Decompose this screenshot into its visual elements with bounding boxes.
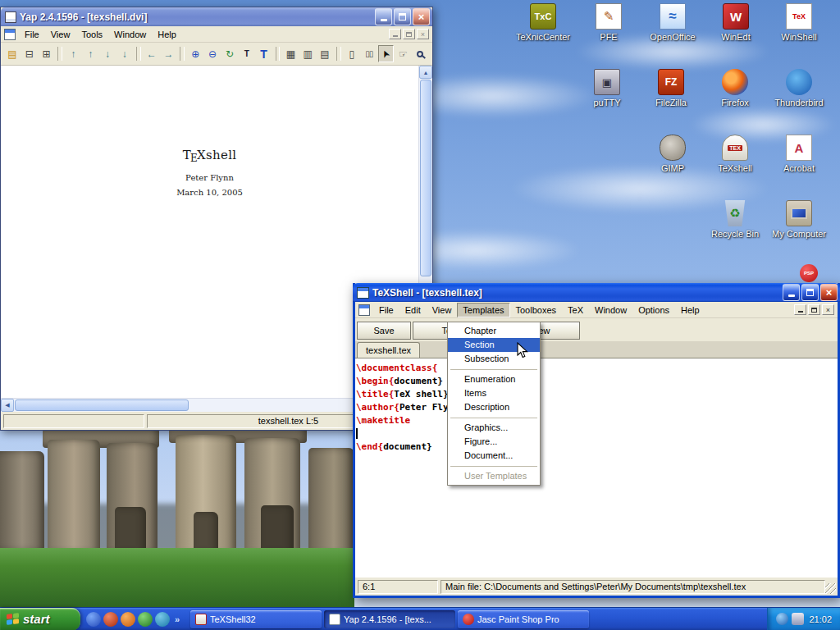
texshell-minimize-button[interactable] [783, 284, 800, 301]
texshell-child-minimize-button[interactable] [794, 304, 806, 315]
menu-item-graphics[interactable]: Graphics... [448, 421, 540, 435]
yap-child-restore-button[interactable] [403, 29, 415, 39]
forward-icon[interactable]: → [161, 45, 177, 62]
taskbar-button-texshell[interactable]: TeXShell32 [190, 610, 322, 628]
toolbar-separator[interactable] [336, 47, 341, 61]
menu-item-description[interactable]: Description [448, 400, 540, 414]
yap-child-close-button[interactable]: × [417, 29, 429, 39]
yap-menu-view[interactable]: View [45, 27, 76, 42]
yap-titlebar[interactable]: Yap 2.4.1596 - [texshell.dvi] × [1, 7, 432, 26]
text-tool-icon[interactable]: T [256, 45, 272, 62]
desktop-icon-gimp[interactable]: GIMP [641, 135, 705, 173]
desktop-icon-putty[interactable]: ▣ puTTY [575, 69, 639, 107]
texshell-menu-toolboxes[interactable]: Toolboxes [510, 303, 563, 317]
yap-menu-window[interactable]: Window [108, 27, 152, 42]
texshell-maximize-button[interactable] [801, 284, 819, 301]
desktop-icon-psp[interactable]: PSP [777, 264, 840, 285]
refresh-icon[interactable]: ↻ [221, 45, 238, 62]
texshell-menu-file[interactable]: File [373, 303, 399, 317]
back-icon[interactable]: ← [144, 45, 160, 62]
texshell-menu-help[interactable]: Help [675, 303, 705, 317]
yap-taskbar-icon [329, 614, 340, 625]
desktop-icon-pfe[interactable]: ✎ PFE [577, 3, 641, 42]
text-select-icon[interactable]: T [239, 45, 255, 62]
taskbar-button-yap[interactable]: Yap 2.4.1596 - [texs... [324, 610, 455, 628]
taskbar-button-paintshoppro[interactable]: Jasc Paint Shop Pro [458, 610, 589, 628]
quicklaunch-icon-3[interactable] [121, 612, 135, 627]
scroll-up-arrow[interactable]: ▲ [419, 66, 432, 79]
first-page-icon[interactable]: ↑ [65, 45, 81, 62]
tab-texshell-tex[interactable]: texshell.tex [357, 342, 420, 358]
desktop-icon-openoffice[interactable]: ≈ OpenOffice [641, 3, 705, 42]
print-page-icon[interactable]: ⊞ [39, 45, 55, 62]
magnifier-tool-icon[interactable] [412, 45, 428, 62]
prev-page-icon[interactable]: ↑ [82, 45, 98, 62]
menu-item-user-templates[interactable]: User Templates [448, 469, 540, 483]
tray-network-icon[interactable] [776, 613, 788, 625]
open-file-icon[interactable]: ▤ [4, 45, 21, 62]
page-rows-icon[interactable]: ▤ [317, 45, 333, 62]
quicklaunch-icon-4[interactable] [138, 612, 153, 627]
desktop-icon-winshell[interactable]: TeX WinShell [767, 3, 831, 42]
pointer-tool-icon[interactable]: ➤ [378, 45, 395, 62]
yap-menu-help[interactable]: Help [152, 27, 182, 42]
yap-close-button[interactable]: × [413, 8, 430, 25]
menu-item-chapter[interactable]: Chapter [448, 324, 540, 338]
quicklaunch-icon-1[interactable] [86, 612, 101, 627]
yap-child-minimize-button[interactable] [389, 29, 401, 39]
last-page-icon[interactable]: ↓ [116, 45, 133, 62]
quicklaunch-icon-5[interactable] [155, 612, 170, 627]
menu-item-enumeration[interactable]: Enumeration [448, 372, 540, 386]
toolbar-separator[interactable] [276, 47, 281, 61]
print-icon[interactable]: ⊟ [21, 45, 38, 62]
menu-item-document[interactable]: Document... [448, 449, 540, 463]
toolbar-separator[interactable] [180, 47, 185, 61]
texshell-menu-view[interactable]: View [427, 303, 458, 317]
texshell-menu-edit[interactable]: Edit [399, 303, 427, 317]
yap-menu-tools[interactable]: Tools [75, 27, 108, 42]
zoom-out-icon[interactable]: ⊖ [204, 45, 221, 62]
single-page-icon[interactable]: ▯ [344, 45, 360, 62]
facing-pages-icon[interactable]: ▯▯ [361, 45, 377, 62]
texshell-close-button[interactable]: × [820, 284, 838, 301]
hand-tool-icon[interactable]: ☞ [395, 45, 411, 62]
texshell-menu-tex[interactable]: TeX [562, 303, 589, 317]
menu-item-figure[interactable]: Figure... [448, 435, 540, 449]
horizontal-scroll-thumb[interactable] [15, 399, 189, 411]
texshell-titlebar[interactable]: TeXShell - [texshell.tex] × [353, 283, 840, 302]
desktop-icon-texshell[interactable]: TEX TeXshell [703, 135, 767, 173]
quicklaunch-icon-2[interactable] [103, 612, 118, 627]
next-page-icon[interactable]: ↓ [99, 45, 116, 62]
quicklaunch-overflow-chevron[interactable]: » [172, 612, 182, 627]
texshell-child-close-button[interactable]: × [822, 304, 834, 315]
texshell-menu-templates[interactable]: Templates [457, 303, 509, 317]
page-grid-icon[interactable]: ▦ [282, 45, 299, 62]
yap-minimize-button[interactable] [375, 8, 392, 25]
texshell-menu-window[interactable]: Window [589, 303, 632, 317]
toolbar-separator[interactable] [57, 47, 62, 61]
yap-menu-file[interactable]: File [19, 27, 45, 42]
start-button[interactable]: start [0, 608, 80, 630]
desktop-icon-texniccenter[interactable]: TxC TeXnicCenter [511, 3, 575, 42]
desktop-icon-mycomputer[interactable]: My Computer [767, 200, 831, 239]
yap-maximize-button[interactable] [394, 8, 411, 25]
taskbar-clock[interactable]: 21:02 [809, 614, 832, 624]
zoom-in-icon[interactable]: ⊕ [187, 45, 203, 62]
toolbar-separator[interactable] [136, 47, 141, 61]
scroll-left-arrow[interactable]: ◀ [1, 399, 14, 412]
texshell-menu-options[interactable]: Options [632, 303, 675, 317]
tex-editor[interactable]: \documentclass{\begin{document}\title{Te… [355, 358, 838, 578]
save-button[interactable]: Save [357, 322, 411, 340]
desktop-icon-recyclebin[interactable]: ♻ Recycle Bin [703, 200, 767, 239]
menu-item-items[interactable]: Items [448, 386, 540, 400]
desktop-icon-firefox[interactable]: Firefox [703, 69, 767, 107]
desktop-icon-winedt[interactable]: W WinEdt [704, 3, 768, 42]
page-columns-icon[interactable]: ▥ [299, 45, 316, 62]
vertical-scroll-thumb[interactable] [420, 80, 431, 276]
desktop-icon-filezilla[interactable]: FZ FileZilla [639, 69, 703, 107]
tray-display-icon[interactable] [792, 613, 804, 625]
desktop-icon-acrobat[interactable]: A Acrobat [767, 135, 831, 173]
desktop-icon-thunderbird[interactable]: Thunderbird [767, 69, 831, 107]
texshell-child-restore-button[interactable] [808, 304, 820, 315]
resize-grip[interactable] [825, 583, 836, 594]
